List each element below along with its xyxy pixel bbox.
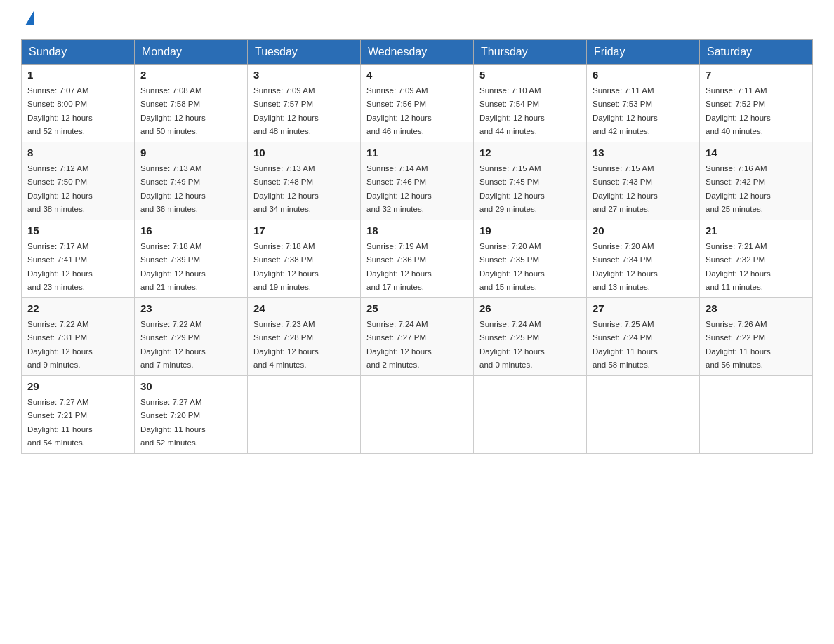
day-info: Sunrise: 7:25 AMSunset: 7:24 PMDaylight:… bbox=[593, 320, 658, 369]
day-info: Sunrise: 7:17 AMSunset: 7:41 PMDaylight:… bbox=[27, 242, 93, 291]
calendar-cell: 25Sunrise: 7:24 AMSunset: 7:27 PMDayligh… bbox=[361, 298, 474, 376]
day-number: 28 bbox=[706, 302, 807, 314]
day-info: Sunrise: 7:24 AMSunset: 7:25 PMDaylight:… bbox=[479, 320, 545, 369]
calendar-cell: 18Sunrise: 7:19 AMSunset: 7:36 PMDayligh… bbox=[361, 220, 474, 298]
day-info: Sunrise: 7:14 AMSunset: 7:46 PMDaylight:… bbox=[366, 164, 432, 213]
day-info: Sunrise: 7:13 AMSunset: 7:48 PMDaylight:… bbox=[253, 164, 319, 213]
calendar-cell: 27Sunrise: 7:25 AMSunset: 7:24 PMDayligh… bbox=[587, 298, 700, 376]
calendar-cell: 19Sunrise: 7:20 AMSunset: 7:35 PMDayligh… bbox=[474, 220, 587, 298]
calendar-cell bbox=[700, 376, 813, 454]
calendar-cell: 9Sunrise: 7:13 AMSunset: 7:49 PMDaylight… bbox=[135, 142, 248, 220]
calendar-cell: 8Sunrise: 7:12 AMSunset: 7:50 PMDaylight… bbox=[22, 142, 135, 220]
day-info: Sunrise: 7:24 AMSunset: 7:27 PMDaylight:… bbox=[366, 320, 432, 369]
day-info: Sunrise: 7:11 AMSunset: 7:53 PMDaylight:… bbox=[593, 86, 658, 135]
day-number: 23 bbox=[140, 302, 241, 314]
calendar-cell: 30Sunrise: 7:27 AMSunset: 7:20 PMDayligh… bbox=[135, 376, 248, 454]
day-number: 4 bbox=[366, 69, 468, 81]
column-header-wednesday: Wednesday bbox=[361, 40, 474, 65]
calendar-cell bbox=[361, 376, 474, 454]
day-info: Sunrise: 7:23 AMSunset: 7:28 PMDaylight:… bbox=[253, 320, 319, 369]
day-number: 12 bbox=[479, 147, 581, 159]
calendar-cell: 6Sunrise: 7:11 AMSunset: 7:53 PMDaylight… bbox=[587, 65, 700, 142]
calendar-cell: 10Sunrise: 7:13 AMSunset: 7:48 PMDayligh… bbox=[248, 142, 361, 220]
day-number: 16 bbox=[140, 224, 241, 236]
logo-triangle-icon bbox=[25, 11, 34, 25]
day-info: Sunrise: 7:21 AMSunset: 7:32 PMDaylight:… bbox=[706, 242, 771, 291]
day-info: Sunrise: 7:20 AMSunset: 7:35 PMDaylight:… bbox=[479, 242, 545, 291]
calendar-cell: 12Sunrise: 7:15 AMSunset: 7:45 PMDayligh… bbox=[474, 142, 587, 220]
calendar-cell: 24Sunrise: 7:23 AMSunset: 7:28 PMDayligh… bbox=[248, 298, 361, 376]
day-number: 13 bbox=[593, 147, 694, 159]
day-info: Sunrise: 7:10 AMSunset: 7:54 PMDaylight:… bbox=[479, 86, 545, 135]
column-header-friday: Friday bbox=[587, 40, 700, 65]
calendar-cell: 16Sunrise: 7:18 AMSunset: 7:39 PMDayligh… bbox=[135, 220, 248, 298]
day-number: 20 bbox=[593, 224, 694, 236]
calendar-cell: 29Sunrise: 7:27 AMSunset: 7:21 PMDayligh… bbox=[22, 376, 135, 454]
day-info: Sunrise: 7:19 AMSunset: 7:36 PMDaylight:… bbox=[366, 242, 432, 291]
calendar-table: SundayMondayTuesdayWednesdayThursdayFrid… bbox=[21, 39, 813, 454]
calendar-header-row: SundayMondayTuesdayWednesdayThursdayFrid… bbox=[22, 40, 813, 65]
day-info: Sunrise: 7:27 AMSunset: 7:21 PMDaylight:… bbox=[27, 398, 93, 447]
logo bbox=[21, 14, 37, 28]
day-info: Sunrise: 7:20 AMSunset: 7:34 PMDaylight:… bbox=[593, 242, 658, 291]
day-info: Sunrise: 7:16 AMSunset: 7:42 PMDaylight:… bbox=[706, 164, 771, 213]
calendar-cell: 17Sunrise: 7:18 AMSunset: 7:38 PMDayligh… bbox=[248, 220, 361, 298]
calendar-week-row: 29Sunrise: 7:27 AMSunset: 7:21 PMDayligh… bbox=[22, 376, 813, 454]
column-header-saturday: Saturday bbox=[700, 40, 813, 65]
calendar-week-row: 8Sunrise: 7:12 AMSunset: 7:50 PMDaylight… bbox=[22, 142, 813, 220]
calendar-cell: 11Sunrise: 7:14 AMSunset: 7:46 PMDayligh… bbox=[361, 142, 474, 220]
day-number: 25 bbox=[366, 302, 468, 314]
day-info: Sunrise: 7:09 AMSunset: 7:57 PMDaylight:… bbox=[253, 86, 319, 135]
day-info: Sunrise: 7:09 AMSunset: 7:56 PMDaylight:… bbox=[366, 86, 432, 135]
day-info: Sunrise: 7:07 AMSunset: 8:00 PMDaylight:… bbox=[27, 86, 93, 135]
day-info: Sunrise: 7:18 AMSunset: 7:38 PMDaylight:… bbox=[253, 242, 319, 291]
day-number: 9 bbox=[140, 147, 241, 159]
day-info: Sunrise: 7:11 AMSunset: 7:52 PMDaylight:… bbox=[706, 86, 771, 135]
day-info: Sunrise: 7:27 AMSunset: 7:20 PMDaylight:… bbox=[140, 398, 206, 447]
calendar-cell bbox=[587, 376, 700, 454]
day-number: 10 bbox=[253, 147, 355, 159]
day-number: 29 bbox=[27, 380, 128, 392]
day-number: 3 bbox=[253, 69, 355, 81]
day-number: 1 bbox=[27, 69, 128, 81]
calendar-cell: 14Sunrise: 7:16 AMSunset: 7:42 PMDayligh… bbox=[700, 142, 813, 220]
column-header-sunday: Sunday bbox=[22, 40, 135, 65]
day-number: 7 bbox=[706, 69, 807, 81]
calendar-cell bbox=[248, 376, 361, 454]
calendar-cell: 1Sunrise: 7:07 AMSunset: 8:00 PMDaylight… bbox=[22, 65, 135, 142]
day-number: 27 bbox=[593, 302, 694, 314]
page-header bbox=[21, 14, 813, 28]
day-info: Sunrise: 7:22 AMSunset: 7:29 PMDaylight:… bbox=[140, 320, 206, 369]
day-number: 26 bbox=[479, 302, 581, 314]
calendar-week-row: 1Sunrise: 7:07 AMSunset: 8:00 PMDaylight… bbox=[22, 65, 813, 142]
day-info: Sunrise: 7:15 AMSunset: 7:45 PMDaylight:… bbox=[479, 164, 545, 213]
calendar-cell: 21Sunrise: 7:21 AMSunset: 7:32 PMDayligh… bbox=[700, 220, 813, 298]
column-header-tuesday: Tuesday bbox=[248, 40, 361, 65]
day-number: 15 bbox=[27, 224, 128, 236]
day-info: Sunrise: 7:15 AMSunset: 7:43 PMDaylight:… bbox=[593, 164, 658, 213]
day-number: 21 bbox=[706, 224, 807, 236]
day-number: 6 bbox=[593, 69, 694, 81]
day-number: 19 bbox=[479, 224, 581, 236]
column-header-thursday: Thursday bbox=[474, 40, 587, 65]
day-number: 2 bbox=[140, 69, 241, 81]
calendar-week-row: 15Sunrise: 7:17 AMSunset: 7:41 PMDayligh… bbox=[22, 220, 813, 298]
day-number: 22 bbox=[27, 302, 128, 314]
day-number: 30 bbox=[140, 380, 241, 392]
calendar-cell: 7Sunrise: 7:11 AMSunset: 7:52 PMDaylight… bbox=[700, 65, 813, 142]
calendar-cell: 28Sunrise: 7:26 AMSunset: 7:22 PMDayligh… bbox=[700, 298, 813, 376]
day-number: 8 bbox=[27, 147, 128, 159]
calendar-cell: 20Sunrise: 7:20 AMSunset: 7:34 PMDayligh… bbox=[587, 220, 700, 298]
calendar-cell: 22Sunrise: 7:22 AMSunset: 7:31 PMDayligh… bbox=[22, 298, 135, 376]
calendar-cell: 2Sunrise: 7:08 AMSunset: 7:58 PMDaylight… bbox=[135, 65, 248, 142]
calendar-cell bbox=[474, 376, 587, 454]
day-info: Sunrise: 7:22 AMSunset: 7:31 PMDaylight:… bbox=[27, 320, 93, 369]
calendar-cell: 5Sunrise: 7:10 AMSunset: 7:54 PMDaylight… bbox=[474, 65, 587, 142]
calendar-cell: 3Sunrise: 7:09 AMSunset: 7:57 PMDaylight… bbox=[248, 65, 361, 142]
calendar-cell: 26Sunrise: 7:24 AMSunset: 7:25 PMDayligh… bbox=[474, 298, 587, 376]
calendar-cell: 13Sunrise: 7:15 AMSunset: 7:43 PMDayligh… bbox=[587, 142, 700, 220]
day-number: 17 bbox=[253, 224, 355, 236]
day-info: Sunrise: 7:12 AMSunset: 7:50 PMDaylight:… bbox=[27, 164, 93, 213]
column-header-monday: Monday bbox=[135, 40, 248, 65]
day-number: 18 bbox=[366, 224, 468, 236]
